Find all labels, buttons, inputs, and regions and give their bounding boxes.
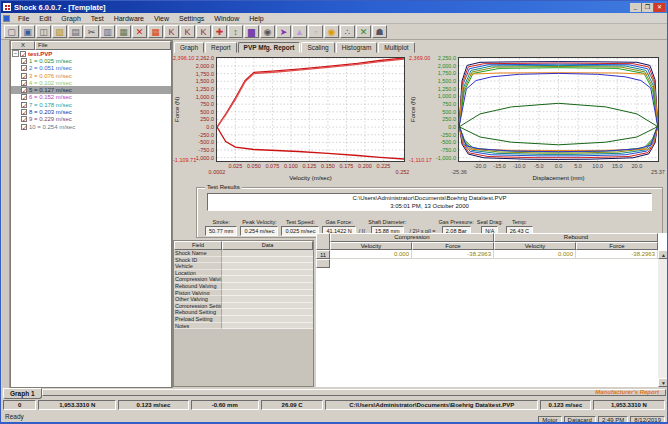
warning-button[interactable]: ▲ <box>292 25 307 38</box>
tab-pvp-mfg-report[interactable]: PVP Mfg. Report <box>238 42 301 53</box>
field-row-shock-name: Shock Name <box>174 250 313 257</box>
tree-item-4[interactable]: ✓4 = 0.102 m/sec <box>11 79 171 86</box>
field-value-cell[interactable] <box>222 296 313 303</box>
tree-item-3[interactable]: ✓3 = 0.076 m/sec <box>11 72 171 79</box>
tab-multiplot[interactable]: Multiplot <box>378 42 414 53</box>
scroll-track[interactable] <box>658 259 668 378</box>
print-button[interactable]: ▤ <box>68 25 83 38</box>
vertical-cursor-button[interactable]: ↕ <box>228 25 243 38</box>
menu-test[interactable]: Test <box>87 15 108 22</box>
child-window-icon[interactable] <box>3 15 10 22</box>
test-field-label: Gas Force: <box>326 219 353 225</box>
data-row-number[interactable]: 11 <box>316 250 330 259</box>
peak-marker-2-button[interactable]: K <box>180 25 195 38</box>
tab-histogram[interactable]: Histogram <box>336 42 378 53</box>
tree-item-10[interactable]: ✓10 = 0.254 m/sec <box>11 123 171 130</box>
tree-header-check[interactable]: X <box>11 41 35 50</box>
menu-hardware[interactable]: Hardware <box>110 15 148 22</box>
tree-expander-icon[interactable]: − <box>12 50 19 57</box>
tab-scaling[interactable]: Scaling <box>301 42 334 53</box>
open-file-button[interactable]: ▨ <box>52 25 67 38</box>
scatter-button[interactable]: ∴ <box>340 25 355 38</box>
checkbox-icon[interactable]: ✓ <box>20 51 26 57</box>
checkbox-icon[interactable]: ✓ <box>21 116 27 122</box>
displacement-force-chart[interactable]: 2,250.02,000.01,750.01,500.01,250.01,000… <box>409 53 667 186</box>
minimize-button[interactable]: _ <box>630 3 641 12</box>
field-value-cell[interactable] <box>222 323 313 330</box>
close-button[interactable]: ✕ <box>654 3 665 12</box>
menu-graph[interactable]: Graph <box>57 15 84 22</box>
checkbox-icon[interactable]: ✓ <box>21 94 27 100</box>
paste-button[interactable]: ▦ <box>116 25 131 38</box>
menu-file[interactable]: File <box>14 15 33 22</box>
field-value-cell[interactable] <box>222 263 313 270</box>
graph1-tab[interactable]: Graph 1 <box>3 388 42 399</box>
blank-button[interactable]: ▫ <box>308 25 323 38</box>
checkbox-icon[interactable]: ✓ <box>21 58 27 64</box>
tree-item-label: 5 = 0.127 m/sec <box>29 87 72 93</box>
user-button[interactable]: ☗ <box>372 25 387 38</box>
peak-marker-3-button[interactable]: K <box>196 25 211 38</box>
field-value-cell[interactable] <box>222 303 313 310</box>
manufacturers-report-link[interactable]: Manufacturer's Report <box>595 389 659 395</box>
y-tick: -250.0 <box>409 132 456 138</box>
menu-window[interactable]: Window <box>210 15 243 22</box>
tree-item-9[interactable]: ✓9 = 0.229 m/sec <box>11 116 171 123</box>
tab-graph[interactable]: Graph <box>174 42 204 53</box>
tree-item-6[interactable]: ✓6 = 0.152 m/sec <box>11 94 171 101</box>
field-row-other-valving: Other Valving <box>174 296 313 303</box>
tree-item-1[interactable]: ✓1 = 0.025 m/sec <box>11 57 171 64</box>
checkbox-icon[interactable]: ✓ <box>21 80 27 86</box>
tree-root-item[interactable]: −✓test.PVP <box>11 50 171 57</box>
table-scrollbar[interactable]: ▲▼ <box>658 250 668 387</box>
menu-view[interactable]: View <box>150 15 173 22</box>
menu-settings[interactable]: Settings <box>175 15 208 22</box>
checkbox-icon[interactable]: ✓ <box>21 124 27 130</box>
field-value-cell[interactable] <box>222 270 313 277</box>
new-file-button[interactable]: ▢ <box>4 25 19 38</box>
cut-button[interactable]: ✂ <box>84 25 99 38</box>
delete-button[interactable]: ✕ <box>132 25 147 38</box>
velocity-force-chart-plot[interactable] <box>217 58 404 161</box>
field-value-cell[interactable] <box>222 276 313 283</box>
data-grid-button[interactable]: ▦ <box>148 25 163 38</box>
zoom-button[interactable]: ◉ <box>324 25 339 38</box>
tree-item-2[interactable]: ✓2 = 0.051 m/sec <box>11 65 171 72</box>
tree-item-5[interactable]: ✓5 = 0.127 m/sec <box>11 86 171 93</box>
checkbox-icon[interactable]: ✓ <box>21 73 27 79</box>
test-field-label: Test Speed: <box>286 219 315 225</box>
peak-marker-1-button[interactable]: K <box>164 25 179 38</box>
copy-button[interactable]: ▥ <box>100 25 115 38</box>
menu-help[interactable]: Help <box>245 15 267 22</box>
field-value-cell[interactable] <box>222 316 313 323</box>
field-value-cell[interactable] <box>222 250 313 257</box>
scroll-down-icon[interactable]: ▼ <box>658 378 668 387</box>
toolbar: ▢▣◫▨▤✂▥▦✕▦KKK✚↕▆◉➤▲▫◉∴✕☗ <box>1 24 667 40</box>
tab-report[interactable]: Report <box>205 42 237 53</box>
checkbox-icon[interactable]: ✓ <box>21 65 27 71</box>
snapshot-button[interactable]: ◉ <box>260 25 275 38</box>
field-value-cell[interactable] <box>222 283 313 290</box>
close-test-button[interactable]: ✕ <box>356 25 371 38</box>
menu-edit[interactable]: Edit <box>35 15 55 22</box>
test-field-value: 50.77 mm <box>205 226 237 236</box>
print-preview-button[interactable]: ◫ <box>36 25 51 38</box>
scroll-up-icon[interactable]: ▲ <box>658 250 668 259</box>
tree-header-file[interactable]: File <box>35 41 171 50</box>
tools-button[interactable]: ➤ <box>276 25 291 38</box>
field-value-cell[interactable] <box>222 257 313 264</box>
crosshair-button[interactable]: ✚ <box>212 25 227 38</box>
maximize-button[interactable]: ❐ <box>642 3 653 12</box>
velocity-force-chart[interactable]: 2,262.02,000.01,750.01,500.01,250.01,000… <box>173 53 409 186</box>
tree-item-8[interactable]: ✓8 = 0.203 m/sec <box>11 108 171 115</box>
checkbox-icon[interactable]: ✓ <box>21 109 27 115</box>
chart-button[interactable]: ▆ <box>244 25 259 38</box>
checkbox-icon[interactable]: ✓ <box>21 102 27 108</box>
test-file-info: C:\Users\Administrator\Documents\Boehrig… <box>207 193 652 211</box>
tree-item-7[interactable]: ✓7 = 0.178 m/sec <box>11 101 171 108</box>
displacement-force-chart-plot[interactable] <box>459 58 658 161</box>
checkbox-icon[interactable]: ✓ <box>21 87 27 93</box>
field-value-cell[interactable] <box>222 309 313 316</box>
save-button[interactable]: ▣ <box>20 25 35 38</box>
field-value-cell[interactable] <box>222 290 313 297</box>
